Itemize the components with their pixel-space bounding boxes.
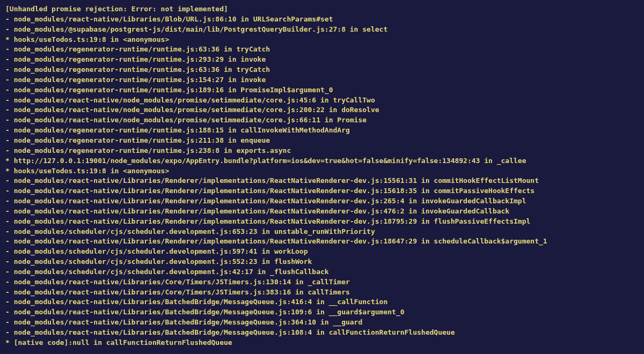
stack-trace-line: - node_modules/react-native/Libraries/Co… bbox=[5, 277, 639, 287]
stack-trace-container: - node_modules/react-native/Libraries/Bl… bbox=[5, 14, 639, 348]
stack-trace-line: - node_modules/react-native/Libraries/Bl… bbox=[5, 14, 639, 25]
stack-trace-line: - node_modules/regenerator-runtime/runti… bbox=[5, 136, 639, 146]
stack-trace-line: * [native code]:null in callFunctionRetu… bbox=[5, 338, 639, 348]
stack-trace-line: - node_modules/regenerator-runtime/runti… bbox=[5, 146, 639, 156]
stack-trace-line: - node_modules/react-native/Libraries/Re… bbox=[5, 176, 639, 186]
stack-trace-line: - node_modules/scheduler/cjs/scheduler.d… bbox=[5, 267, 639, 277]
stack-trace-line: - node_modules/react-native/Libraries/Re… bbox=[5, 206, 639, 217]
stack-trace-line: * hooks/useTodos.ts:19:8 in <anonymous> bbox=[5, 35, 639, 45]
stack-trace-line: - node_modules/react-native/node_modules… bbox=[5, 115, 639, 126]
stack-trace-line: - node_modules/react-native/Libraries/Re… bbox=[5, 196, 639, 206]
stack-trace-line: - node_modules/react-native/Libraries/Ba… bbox=[5, 328, 639, 338]
stack-trace-line: - node_modules/regenerator-runtime/runti… bbox=[5, 45, 639, 55]
stack-trace-line: - node_modules/@supabase/postgrest-js/di… bbox=[5, 25, 639, 35]
stack-trace-line: - node_modules/scheduler/cjs/scheduler.d… bbox=[5, 257, 639, 267]
stack-trace-line: - node_modules/scheduler/cjs/scheduler.d… bbox=[5, 227, 639, 237]
stack-trace-line: - node_modules/regenerator-runtime/runti… bbox=[5, 55, 639, 65]
stack-trace-line: - node_modules/react-native/node_modules… bbox=[5, 95, 639, 106]
stack-trace-line: - node_modules/react-native/Libraries/Re… bbox=[5, 217, 639, 227]
stack-trace-line: - node_modules/react-native/Libraries/Ba… bbox=[5, 318, 639, 328]
stack-trace-line: - node_modules/regenerator-runtime/runti… bbox=[5, 85, 639, 95]
stack-trace-line: - node_modules/react-native/node_modules… bbox=[5, 105, 639, 115]
stack-trace-line: - node_modules/react-native/Libraries/Ba… bbox=[5, 307, 639, 318]
stack-trace-line: * hooks/useTodos.ts:19:8 in <anonymous> bbox=[5, 166, 639, 176]
stack-trace-line: - node_modules/react-native/Libraries/Re… bbox=[5, 186, 639, 196]
stack-trace-line: - node_modules/regenerator-runtime/runti… bbox=[5, 126, 639, 136]
stack-trace-line: - node_modules/react-native/Libraries/Co… bbox=[5, 287, 639, 298]
stack-trace-line: - node_modules/regenerator-runtime/runti… bbox=[5, 65, 639, 75]
error-header: [Unhandled promise rejection: Error: not… bbox=[5, 4, 639, 14]
stack-trace-line: - node_modules/react-native/Libraries/Re… bbox=[5, 237, 639, 247]
stack-trace-line: - node_modules/scheduler/cjs/scheduler.d… bbox=[5, 247, 639, 257]
stack-trace-line: - node_modules/react-native/Libraries/Ba… bbox=[5, 297, 639, 307]
stack-trace-line: * http://127.0.0.1:19001/node_modules/ex… bbox=[5, 156, 639, 166]
stack-trace-line: - node_modules/regenerator-runtime/runti… bbox=[5, 75, 639, 85]
